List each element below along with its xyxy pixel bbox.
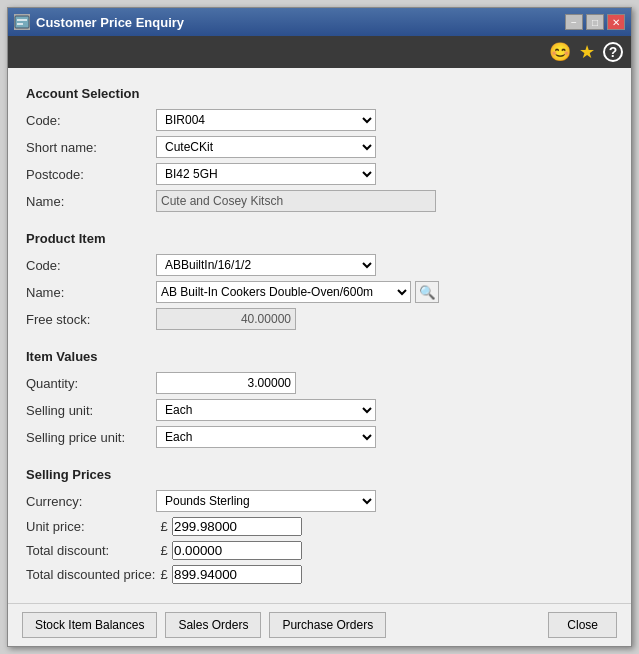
close-window-button[interactable]: ✕	[607, 14, 625, 30]
help-icon[interactable]: ?	[603, 42, 623, 62]
total-discount-input	[172, 541, 302, 560]
total-discounted-input	[172, 565, 302, 584]
unit-price-control	[172, 517, 372, 536]
selling-unit-select[interactable]: Each	[156, 399, 376, 421]
selling-price-unit-control: Each	[156, 426, 376, 448]
sales-orders-button[interactable]: Sales Orders	[165, 612, 261, 638]
currency-row: Currency: Pounds Sterling	[26, 490, 613, 512]
quantity-control	[156, 372, 376, 394]
selling-price-unit-row: Selling price unit: Each	[26, 426, 613, 448]
total-discounted-symbol: £	[156, 567, 172, 582]
toolbar: 😊 ★ ?	[8, 36, 631, 68]
total-discount-label: Total discount:	[26, 543, 156, 558]
postcode-label: Postcode:	[26, 167, 156, 182]
stock-item-balances-button[interactable]: Stock Item Balances	[22, 612, 157, 638]
short-name-control: CuteCKit	[156, 136, 376, 158]
account-name-control	[156, 190, 446, 212]
postcode-select[interactable]: BI42 5GH	[156, 163, 376, 185]
account-name-label: Name:	[26, 194, 156, 209]
item-values-title: Item Values	[26, 349, 613, 364]
product-name-select[interactable]: AB Built-In Cookers Double-Oven/600m	[156, 281, 411, 303]
total-discount-row: Total discount: £	[26, 541, 613, 560]
unit-price-label: Unit price:	[26, 519, 156, 534]
purchase-orders-button[interactable]: Purchase Orders	[269, 612, 386, 638]
smiley-icon[interactable]: 😊	[549, 41, 571, 63]
svg-rect-1	[17, 19, 27, 21]
window-title: Customer Price Enquiry	[36, 15, 565, 30]
app-icon	[14, 14, 30, 30]
account-name-input	[156, 190, 436, 212]
selling-unit-row: Selling unit: Each	[26, 399, 613, 421]
free-stock-control	[156, 308, 376, 330]
selling-price-unit-label: Selling price unit:	[26, 430, 156, 445]
currency-control: Pounds Sterling	[156, 490, 376, 512]
star-icon[interactable]: ★	[579, 41, 595, 63]
product-name-label: Name:	[26, 285, 156, 300]
main-window: Customer Price Enquiry − □ ✕ 😊 ★ ? Accou…	[7, 7, 632, 647]
unit-price-input	[172, 517, 302, 536]
postcode-control: BI42 5GH	[156, 163, 376, 185]
unit-price-row: Unit price: £	[26, 517, 613, 536]
close-button[interactable]: Close	[548, 612, 617, 638]
product-name-row: Name: AB Built-In Cookers Double-Oven/60…	[26, 281, 613, 303]
product-code-label: Code:	[26, 258, 156, 273]
selling-prices-title: Selling Prices	[26, 467, 613, 482]
currency-select[interactable]: Pounds Sterling	[156, 490, 376, 512]
maximize-button[interactable]: □	[586, 14, 604, 30]
form-content: Account Selection Code: BIR004 Short nam…	[8, 68, 631, 603]
short-name-select[interactable]: CuteCKit	[156, 136, 376, 158]
total-discounted-label: Total discounted price:	[26, 567, 156, 582]
short-name-label: Short name:	[26, 140, 156, 155]
selling-unit-control: Each	[156, 399, 376, 421]
window-controls: − □ ✕	[565, 14, 625, 30]
quantity-label: Quantity:	[26, 376, 156, 391]
quantity-input[interactable]	[156, 372, 296, 394]
search-button[interactable]: 🔍	[415, 281, 439, 303]
svg-rect-2	[17, 23, 23, 25]
unit-price-symbol: £	[156, 519, 172, 534]
free-stock-row: Free stock:	[26, 308, 613, 330]
product-code-select[interactable]: ABBuiltIn/16/1/2	[156, 254, 376, 276]
product-code-control: ABBuiltIn/16/1/2	[156, 254, 376, 276]
postcode-row: Postcode: BI42 5GH	[26, 163, 613, 185]
product-item-title: Product Item	[26, 231, 613, 246]
account-selection-title: Account Selection	[26, 86, 613, 101]
total-discount-control	[172, 541, 372, 560]
account-code-label: Code:	[26, 113, 156, 128]
title-bar: Customer Price Enquiry − □ ✕	[8, 8, 631, 36]
search-icon: 🔍	[419, 285, 436, 300]
quantity-row: Quantity:	[26, 372, 613, 394]
free-stock-label: Free stock:	[26, 312, 156, 327]
free-stock-input	[156, 308, 296, 330]
total-discount-symbol: £	[156, 543, 172, 558]
total-discounted-control	[172, 565, 372, 584]
account-code-select[interactable]: BIR004	[156, 109, 376, 131]
minimize-button[interactable]: −	[565, 14, 583, 30]
footer: Stock Item Balances Sales Orders Purchas…	[8, 603, 631, 646]
product-code-row: Code: ABBuiltIn/16/1/2	[26, 254, 613, 276]
svg-rect-0	[15, 16, 29, 28]
currency-label: Currency:	[26, 494, 156, 509]
total-discounted-row: Total discounted price: £	[26, 565, 613, 584]
account-code-control: BIR004	[156, 109, 376, 131]
short-name-row: Short name: CuteCKit	[26, 136, 613, 158]
selling-unit-label: Selling unit:	[26, 403, 156, 418]
account-name-row: Name:	[26, 190, 613, 212]
selling-price-unit-select[interactable]: Each	[156, 426, 376, 448]
account-code-row: Code: BIR004	[26, 109, 613, 131]
